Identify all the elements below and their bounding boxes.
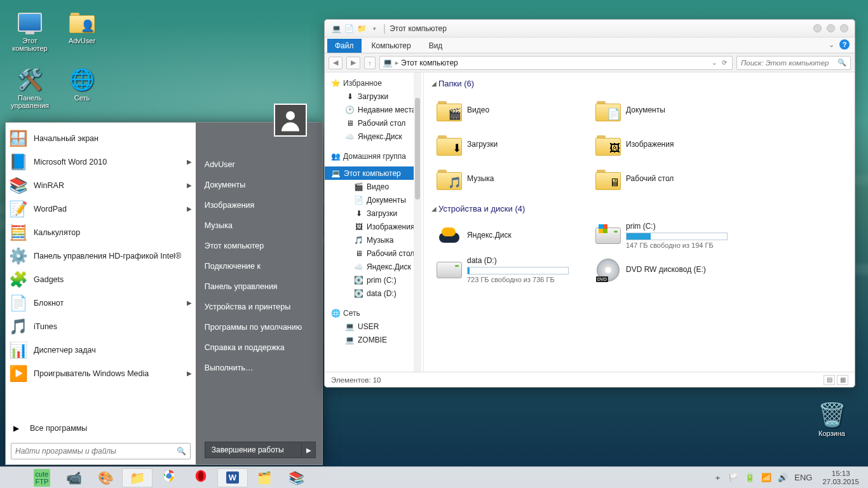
start-right-link[interactable]: Музыка [205,215,316,236]
properties-icon[interactable]: 📄 [344,24,354,34]
start-app-item[interactable]: 🧩Gadgets [6,268,196,291]
view-icons-button[interactable]: ▦ [837,375,848,385]
tree-item[interactable]: ⬇Загрузки [331,207,421,220]
scrollbar-thumb[interactable] [415,98,420,200]
start-right-link[interactable]: Этот компьютер [205,236,316,256]
tray-wifi-icon[interactable]: 📶 [761,473,771,482]
desktop-icon-this-pc[interactable]: Этот компьютер [6,6,53,52]
explorer-titlebar[interactable]: 💻 📄 📁 ▾ | Этот компьютер [325,20,855,37]
nav-back-button[interactable]: ◀ [329,57,342,69]
tray-language[interactable]: ENG [794,473,812,482]
tree-item[interactable]: ☁️Яндекс.Диск [331,130,421,143]
tree-homegroup[interactable]: 👥Домашняя группа [331,149,421,163]
nav-up-button[interactable]: ↑ [364,57,376,69]
tab-computer[interactable]: Компьютер [364,39,419,53]
desktop-icon-control-panel[interactable]: 🛠️ Панель управления [6,64,53,109]
folder-item[interactable]: ⬇Загрузки [435,128,594,162]
maximize-button[interactable] [827,24,835,32]
desktop-icon-recycle-bin[interactable]: 🗑️ Корзина [808,399,855,445]
start-right-link[interactable]: Панель управления [205,276,316,297]
tree-item[interactable]: 🖥Рабочий стол [331,247,421,260]
start-right-link[interactable]: Изображения [205,195,316,215]
group-folders-header[interactable]: ◢Папки (6) [429,78,855,93]
start-right-link[interactable]: AdvUser [205,154,316,175]
start-search-input[interactable] [15,447,177,456]
start-app-item[interactable]: 📘Microsoft Word 2010▶ [6,150,196,173]
tray-more-icon[interactable]: ＋ [714,472,722,484]
ribbon-expand-icon[interactable]: ⌄ [829,41,834,49]
device-item[interactable]: data (D:)723 ГБ свободно из 736 ГБ [435,253,594,287]
device-item[interactable]: DVD RW дисковод (E:) [594,253,753,287]
tree-item[interactable]: 🎵Музыка [331,233,421,247]
tree-item[interactable]: ⬇Загрузки [331,90,421,103]
tab-file[interactable]: Файл [327,39,362,53]
tab-view[interactable]: Вид [421,39,451,53]
start-button[interactable] [3,469,24,487]
tree-item[interactable]: 🕑Недавние места [331,103,421,116]
start-app-item[interactable]: ▶️Проигрыватель Windows Media▶ [6,362,196,385]
tree-item[interactable]: 🖼Изображения [331,220,421,233]
folder-item[interactable]: 🖼Изображения [594,128,753,162]
new-folder-icon[interactable]: 📁 [356,24,367,34]
folder-item[interactable]: 🎬Видео [435,93,594,128]
close-button[interactable] [840,24,848,32]
tree-item[interactable]: 🖥Рабочий стол [331,116,421,130]
help-icon[interactable]: ? [839,39,850,50]
desktop-icon-network[interactable]: 🌐 Сеть [58,64,105,109]
folder-item[interactable]: 📄Документы [594,93,753,128]
all-programs-button[interactable]: ▶ Все программы [6,419,196,438]
group-devices-header[interactable]: ◢Устройства и диски (4) [429,203,855,219]
breadcrumb-text[interactable]: Этот компьютер [401,58,458,67]
refresh-icon[interactable]: ⟳ [722,59,727,66]
chevron-down-icon[interactable]: ⌄ [712,59,717,66]
taskbar-opera[interactable] [186,468,216,487]
tree-this-pc[interactable]: 💻Этот компьютер [325,166,414,180]
device-item[interactable]: prim (C:)147 ГБ свободно из 194 ГБ [594,219,753,253]
taskbar-paint[interactable]: 🎨 [90,468,121,487]
taskbar-clock[interactable]: 15:13 27.03.2015 [818,470,863,485]
explorer-search-box[interactable]: 🔍 [736,56,851,70]
tree-network[interactable]: 🌐Сеть [331,306,421,320]
start-app-item[interactable]: 📄Блокнот▶ [6,291,196,315]
address-bar[interactable]: 💻 ▸ Этот компьютер ⌄ ⟳ [379,56,733,70]
tray-flag-icon[interactable]: 🏳️ [728,473,738,482]
start-app-item[interactable]: 🎵iTunes [6,315,196,338]
start-search-box[interactable]: 🔍 [11,443,191,459]
user-avatar[interactable] [274,104,307,137]
taskbar-chrome[interactable] [154,468,184,487]
computer-icon[interactable]: 💻 [331,24,341,34]
taskbar-explorer[interactable]: 📁 [122,468,153,487]
tree-item[interactable]: 🎬Видео [331,180,421,193]
shutdown-button[interactable]: Завершение работы ▶ [205,442,316,458]
taskbar-winrar[interactable]: 📚 [281,468,311,487]
device-item[interactable]: Яндекс.Диск [435,219,594,253]
chevron-down-icon[interactable]: ▾ [369,24,379,34]
start-right-link[interactable]: Подключение к [205,256,316,276]
start-right-link[interactable]: Выполнить… [205,358,316,378]
taskbar-webcam[interactable]: 📹 [58,468,89,487]
folder-item[interactable]: 🖥Рабочий стол [594,162,753,196]
start-app-item[interactable]: 📝WordPad▶ [6,197,196,220]
taskbar-word[interactable]: W [217,468,248,487]
desktop-icon-advuser[interactable]: 👤 AdvUser [58,6,105,52]
chevron-right-icon[interactable]: ▶ [301,442,315,458]
start-app-item[interactable]: 🪟Начальный экран [6,126,196,150]
start-app-item[interactable]: ⚙️Панель управления HD-графикой Intel® [6,244,196,268]
start-right-link[interactable]: Программы по умолчанию [205,317,316,337]
start-right-link[interactable]: Устройства и принтеры [205,297,316,317]
taskbar-commander[interactable]: 🗂️ [249,468,280,487]
start-app-item[interactable]: 📚WinRAR▶ [6,173,196,197]
start-right-link[interactable]: Документы [205,175,316,195]
tree-scrollbar[interactable] [414,72,421,372]
taskbar-cuteftp[interactable]: cuteFTP [27,468,57,487]
view-details-button[interactable]: ▤ [824,375,835,385]
folder-item[interactable]: 🎵Музыка [435,162,594,196]
start-right-link[interactable]: Справка и поддержка [205,337,316,358]
tree-item[interactable]: ☁️Яндекс.Диск [331,260,421,273]
tree-item[interactable]: 💻USER [331,320,421,333]
nav-forward-button[interactable]: ▶ [346,57,360,69]
tray-battery-icon[interactable]: 🔋 [745,473,755,482]
tree-item[interactable]: 💻ZOMBIE [331,333,421,346]
start-app-item[interactable]: 🧮Калькулятор [6,220,196,244]
explorer-search-input[interactable] [741,59,837,67]
